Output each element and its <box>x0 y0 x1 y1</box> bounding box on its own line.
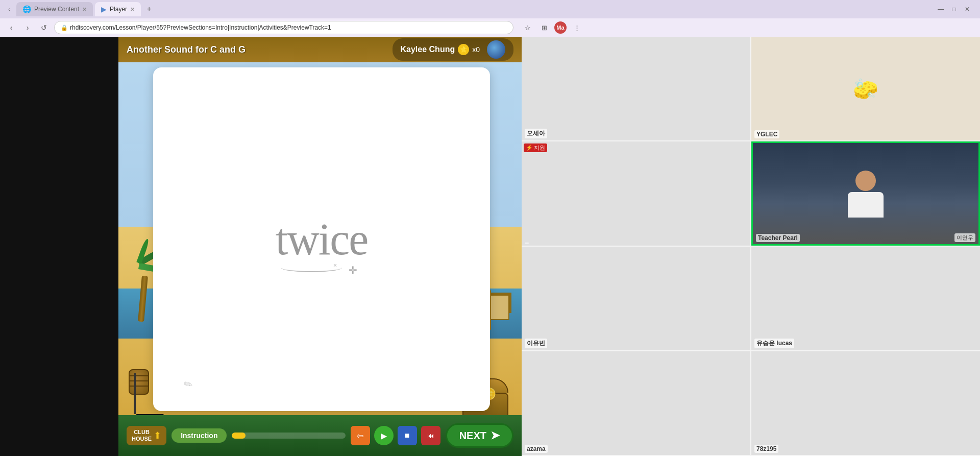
bookmark-button[interactable]: ☆ <box>522 21 534 34</box>
score-text: x0 <box>472 45 480 54</box>
tab-player[interactable]: ▶ Player ✕ <box>95 2 141 16</box>
student-name: Kaylee Chung <box>401 45 455 54</box>
video-label-yubin: 이유빈 <box>525 339 547 348</box>
progress-fill <box>232 433 246 439</box>
word-display-area: twice × ✛ <box>276 217 368 262</box>
profile-button[interactable]: Ma <box>554 21 567 34</box>
menu-button[interactable]: ⋮ <box>571 21 583 34</box>
right-video-panel: 오세아 🧽 YGLEC ⚡ 지원 <box>522 37 980 456</box>
lightning-icon: ⚡ <box>526 145 533 151</box>
minimize-button[interactable]: — <box>936 5 945 14</box>
video-cell-jiwon: ⚡ 지원 <box>522 141 750 245</box>
instruction-button[interactable]: Instruction <box>172 428 227 443</box>
skip-back-icon: ⇦ <box>357 431 363 441</box>
tab-preview-label: Preview Content <box>34 6 79 13</box>
lesson-title: Another Sound for C and G <box>127 44 246 55</box>
video-yglec-content: 🧽 <box>751 37 980 140</box>
video-78z195-content <box>751 351 980 455</box>
tab-bar: ‹ 🌐 Preview Content ✕ ▶ Player ✕ + — □ ✕ <box>0 0 980 18</box>
video-cell-lucas: 유승윤 lucas <box>751 247 980 350</box>
rewind-button[interactable]: ⏮ <box>421 426 440 445</box>
teacher-silhouette <box>753 143 978 244</box>
next-arrow-icon: ➤ <box>491 429 500 442</box>
window-controls: — □ ✕ <box>936 5 972 14</box>
video-osea-content <box>522 37 750 140</box>
clubhouse-arrow-icon: ⬆ <box>154 430 161 441</box>
student-score-area: Kaylee Chung ⭐ x0 <box>393 38 513 61</box>
globe-favicon: 🌐 <box>22 5 31 13</box>
extensions-button[interactable]: ⊞ <box>538 21 550 34</box>
video-label-jiwon <box>525 243 529 244</box>
main-area: Another Sound for C and G Kaylee Chung ⭐… <box>0 37 980 456</box>
player-favicon: ▶ <box>101 5 107 13</box>
video-cell-yglec: 🧽 YGLEC <box>751 37 980 140</box>
video-label-osea: 오세아 <box>525 129 547 138</box>
reload-button[interactable]: ↺ <box>38 21 50 34</box>
game-bottom-bar: CLUBHOUSE ⬆ Instruction ⇦ ▶ <box>118 415 522 456</box>
stop-icon: ■ <box>405 431 410 440</box>
lightning-label-jiwon: 지원 <box>534 144 545 152</box>
tab-preview-content[interactable]: 🌐 Preview Content ✕ <box>16 2 93 16</box>
pencil-icon: ✎ <box>181 377 195 392</box>
skip-back-button[interactable]: ⇦ <box>351 426 370 445</box>
back-button[interactable]: ‹ <box>5 21 17 34</box>
stop-button[interactable]: ■ <box>398 426 417 445</box>
video-label-lucas: 유승윤 lucas <box>754 339 794 348</box>
lightning-badge-jiwon: ⚡ 지원 <box>524 143 547 152</box>
clubhouse-label: CLUBHOUSE <box>132 429 152 442</box>
tab-player-label: Player <box>110 6 127 13</box>
address-bar-row: ‹ › ↺ 🔒 rhdiscovery.com/Lesson/Player/55… <box>0 18 980 37</box>
left-sidebar <box>0 37 118 456</box>
play-button[interactable]: ▶ <box>374 426 394 445</box>
globe-avatar <box>487 40 505 59</box>
next-button[interactable]: NEXT ➤ <box>446 423 513 448</box>
video-cell-teacher: Teacher Pearl 이연우 <box>751 141 980 245</box>
video-label-teacher: Teacher Pearl <box>756 234 800 242</box>
close-button[interactable]: ✕ <box>963 5 972 14</box>
barrel-left <box>129 369 149 395</box>
video-label-azama: azama <box>525 445 548 453</box>
next-label: NEXT <box>459 430 486 442</box>
x-mark: × <box>333 261 337 269</box>
play-icon: ▶ <box>381 431 387 441</box>
tab-nav-back[interactable]: ‹ <box>4 4 14 14</box>
video-cell-78z195: 78z195 <box>751 351 980 455</box>
teacher-figure <box>845 171 886 217</box>
address-bar[interactable]: 🔒 rhdiscovery.com/Lesson/Player/55?Previ… <box>54 21 513 34</box>
browser-toolbar: ☆ ⊞ Ma ⋮ <box>522 21 583 34</box>
video-yubin-content <box>522 247 750 350</box>
clubhouse-button[interactable]: CLUBHOUSE ⬆ <box>127 426 166 445</box>
new-tab-button[interactable]: + <box>143 3 155 15</box>
game-area: Another Sound for C and G Kaylee Chung ⭐… <box>118 37 522 456</box>
url-text: rhdiscovery.com/Lesson/Player/55?Preview… <box>70 24 331 31</box>
spongebob-avatar: 🧽 <box>853 77 878 101</box>
video-label-78z195: 78z195 <box>754 445 778 453</box>
progress-bar <box>232 433 345 439</box>
video-teacher-content <box>753 143 978 244</box>
tab-preview-close[interactable]: ✕ <box>82 6 87 13</box>
top-banner: Another Sound for C and G Kaylee Chung ⭐… <box>118 37 522 62</box>
restore-button[interactable]: □ <box>949 5 959 14</box>
instruction-label: Instruction <box>181 431 217 440</box>
video-lucas-content <box>751 247 980 350</box>
browser-chrome: ‹ 🌐 Preview Content ✕ ▶ Player ✕ + — □ ✕… <box>0 0 980 37</box>
word-text: twice <box>276 217 368 262</box>
video-cell-yubin: 이유빈 <box>522 247 750 350</box>
video-jiwon-content <box>522 141 750 245</box>
video-cell-azama: azama <box>522 351 750 455</box>
video-azama-content <box>522 351 750 455</box>
tab-player-close[interactable]: ✕ <box>130 6 135 13</box>
video-cell-osea: 오세아 <box>522 37 750 140</box>
star-icon: ⭐ <box>458 44 469 55</box>
video-label-yglec: YGLEC <box>754 130 779 138</box>
teacher-body <box>848 192 884 218</box>
lock-icon: 🔒 <box>61 25 68 31</box>
forward-button[interactable]: › <box>21 21 34 34</box>
teacher-head <box>855 171 876 191</box>
word-card: twice × ✛ ✎ <box>153 67 490 411</box>
cursor-mark: ✛ <box>349 264 357 276</box>
video-label-yeonwoo: 이연우 <box>954 233 975 242</box>
rewind-icon: ⏮ <box>427 431 434 440</box>
control-buttons: ⇦ ▶ ■ ⏮ <box>351 426 440 445</box>
